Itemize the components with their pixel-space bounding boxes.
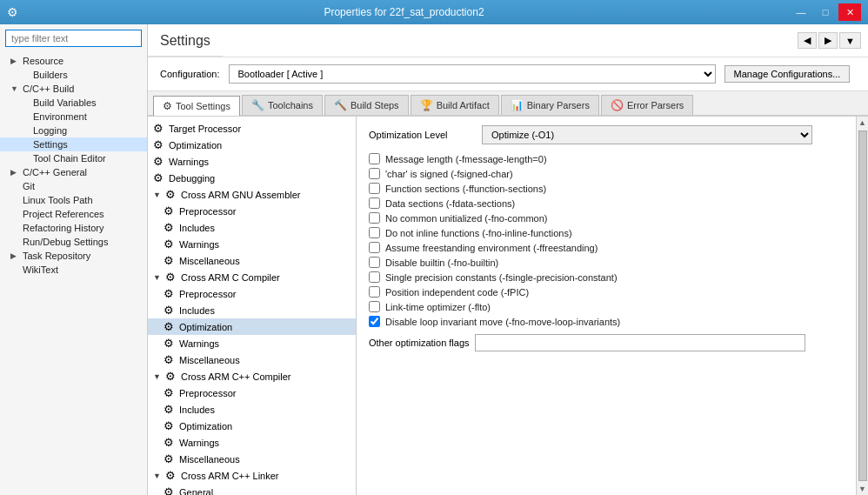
tool-item-c-includes[interactable]: ⚙ Includes <box>148 302 356 318</box>
tool-item-c-warnings[interactable]: ⚙ Warnings <box>148 335 356 351</box>
gear-icon: ⚙ <box>165 370 177 383</box>
dropdown-button[interactable]: ▼ <box>839 32 861 49</box>
expand-icon: ▼ <box>153 372 162 381</box>
tool-item-optimization[interactable]: ⚙ Optimization <box>148 137 356 153</box>
other-flags-input[interactable] <box>475 334 805 351</box>
tool-item-cpp-optimization[interactable]: ⚙ Optimization <box>148 418 356 434</box>
expand-icon: ▶ <box>10 251 19 260</box>
tabs-container: ⚙ Tool Settings 🔧 Toolchains 🔨 Build Ste… <box>148 91 868 117</box>
checkbox-char-signed: 'char' is signed (-fsigned-char) <box>369 168 844 179</box>
back-button[interactable]: ◀ <box>798 32 817 49</box>
gear-icon: ⚙ <box>165 469 177 482</box>
sidebar-item-label: Tool Chain Editor <box>21 153 106 164</box>
gear-icon: ⚙ <box>153 171 165 184</box>
checkbox-func-sections-input[interactable] <box>369 183 380 194</box>
sidebar-item-cpp-general[interactable]: ▶ C/C++ General <box>0 165 147 179</box>
tool-item-asm-includes[interactable]: ⚙ Includes <box>148 219 356 236</box>
sidebar-item-builders[interactable]: ▶ Builders <box>0 68 147 82</box>
checkbox-no-builtin-input[interactable] <box>369 257 380 268</box>
tab-build-steps[interactable]: 🔨 Build Steps <box>324 95 409 115</box>
tool-item-asm-preprocessor[interactable]: ⚙ Preprocessor <box>148 203 356 219</box>
sidebar-item-toolchain-editor[interactable]: Tool Chain Editor <box>0 151 147 165</box>
gear-icon: ⚙ <box>153 155 165 168</box>
tool-item-label: Preprocessor <box>179 289 236 299</box>
expand-icon: ▼ <box>153 472 162 480</box>
search-input[interactable] <box>5 30 142 47</box>
tool-item-cross-arm-asm[interactable]: ▼ ⚙ Cross ARM GNU Assembler <box>148 186 356 203</box>
sidebar-item-build-vars[interactable]: Build Variables <box>0 96 147 110</box>
tool-item-cpp-warnings[interactable]: ⚙ Warnings <box>148 434 356 451</box>
nav-buttons: ◀ ▶ ▼ <box>798 32 868 49</box>
tab-tool-settings[interactable]: ⚙ Tool Settings <box>153 96 240 116</box>
panels-row: ⚙ Target Processor ⚙ Optimization ⚙ Warn… <box>148 117 868 495</box>
config-select[interactable]: Bootloader [ Active ] <box>229 64 716 84</box>
minimize-button[interactable]: — <box>790 3 812 21</box>
close-button[interactable]: ✕ <box>838 3 861 21</box>
tool-item-cpp-preprocessor[interactable]: ⚙ Preprocessor <box>148 385 356 401</box>
sidebar-item-settings[interactable]: Settings <box>0 137 147 151</box>
sidebar-item-label: Run/Debug Settings <box>10 237 108 247</box>
sidebar-item-label: Linux Tools Path <box>10 195 93 205</box>
checkbox-func-sections-label: Function sections (-ffunction-sections) <box>385 184 546 194</box>
gear-icon: ⚙ <box>164 485 176 495</box>
sidebar-item-wikitext[interactable]: WikiText <box>0 263 147 277</box>
sidebar-item-proj-refs[interactable]: Project References <box>0 207 147 221</box>
sidebar-item-environment[interactable]: Environment <box>0 110 147 124</box>
tab-binary-parsers[interactable]: 📊 Binary Parsers <box>501 95 599 115</box>
tool-item-asm-misc[interactable]: ⚙ Miscellaneous <box>148 252 356 269</box>
checkbox-msg-len-input[interactable] <box>369 153 380 164</box>
checkbox-single-prec: Single precision constants (-fsingle-pre… <box>369 271 844 283</box>
tool-item-target-proc[interactable]: ⚙ Target Processor <box>148 120 356 137</box>
tool-item-label: Warnings <box>179 239 219 250</box>
sidebar-item-label: Resource <box>23 56 63 66</box>
right-scrollbar[interactable]: ▲ ▼ <box>856 117 868 495</box>
scroll-down-arrow[interactable]: ▼ <box>857 483 868 495</box>
sidebar-item-git[interactable]: Git <box>0 179 147 193</box>
checkbox-no-inline: Do not inline functions (-fno-inline-fun… <box>369 227 844 238</box>
manage-configurations-button[interactable]: Manage Configurations... <box>724 65 851 83</box>
checkbox-msg-len: Message length (-fmessage-length=0) <box>369 153 844 164</box>
tool-item-c-preprocessor[interactable]: ⚙ Preprocessor <box>148 285 356 302</box>
sidebar-item-logging[interactable]: Logging <box>0 124 147 137</box>
maximize-button[interactable]: □ <box>814 3 837 21</box>
checkbox-char-signed-input[interactable] <box>369 168 380 179</box>
checkbox-freestanding-input[interactable] <box>369 242 380 253</box>
tool-item-cross-arm-c[interactable]: ▼ ⚙ Cross ARM C Compiler <box>148 269 356 285</box>
tab-build-artifact[interactable]: 🏆 Build Artifact <box>411 95 499 115</box>
checkbox-no-common: No common unitialized (-fno-common) <box>369 212 844 224</box>
sidebar-item-refactoring[interactable]: Refactoring History <box>0 221 147 235</box>
tool-item-linker-general[interactable]: ⚙ General <box>148 484 356 495</box>
scroll-up-arrow[interactable]: ▲ <box>857 117 868 129</box>
tool-item-label: Cross ARM C++ Compiler <box>181 371 291 382</box>
checkbox-single-prec-input[interactable] <box>369 271 380 283</box>
tool-item-debugging[interactable]: ⚙ Debugging <box>148 170 356 186</box>
tool-item-asm-warnings[interactable]: ⚙ Warnings <box>148 236 356 252</box>
tool-item-cross-arm-cpp[interactable]: ▼ ⚙ Cross ARM C++ Compiler <box>148 368 356 385</box>
sidebar-item-label: C/C++ General <box>23 167 87 177</box>
checkbox-no-common-input[interactable] <box>369 212 380 224</box>
tool-item-cpp-misc[interactable]: ⚙ Miscellaneous <box>148 451 356 467</box>
tool-item-warnings[interactable]: ⚙ Warnings <box>148 153 356 170</box>
scroll-thumb[interactable] <box>858 130 867 481</box>
checkbox-no-inline-input[interactable] <box>369 227 380 238</box>
sidebar-item-task-repo[interactable]: ▶ Task Repository <box>0 249 147 263</box>
tab-toolchains[interactable]: 🔧 Toolchains <box>242 95 323 115</box>
window-title: Properties for 22f_sat_production2 <box>18 6 790 18</box>
tool-item-c-misc[interactable]: ⚙ Miscellaneous <box>148 351 356 368</box>
checkbox-no-move-loop-input[interactable] <box>369 316 380 327</box>
sidebar-item-run-debug[interactable]: Run/Debug Settings <box>0 235 147 249</box>
tool-item-cpp-includes[interactable]: ⚙ Includes <box>148 401 356 418</box>
checkbox-fpic-input[interactable] <box>369 286 380 298</box>
sidebar-item-cpp-build[interactable]: ▼ C/C++ Build <box>0 82 147 96</box>
forward-button[interactable]: ▶ <box>818 32 838 49</box>
optimization-level-select[interactable]: Optimize (-O1) None (-O0) Optimize more … <box>482 125 812 144</box>
checkbox-data-sections-input[interactable] <box>369 197 380 209</box>
tab-error-parsers[interactable]: 🚫 Error Parsers <box>601 95 693 115</box>
sidebar-item-linux-tools[interactable]: Linux Tools Path <box>0 193 147 207</box>
checkbox-freestanding: Assume freestanding environment (-ffrees… <box>369 242 844 253</box>
tool-item-c-optimization[interactable]: ⚙ Optimization <box>148 318 356 335</box>
sidebar-item-resource[interactable]: ▶ Resource <box>0 54 147 68</box>
other-flags-row: Other optimization flags <box>369 334 844 351</box>
tool-item-cross-arm-linker[interactable]: ▼ ⚙ Cross ARM C++ Linker <box>148 467 356 484</box>
checkbox-lto-input[interactable] <box>369 301 380 312</box>
